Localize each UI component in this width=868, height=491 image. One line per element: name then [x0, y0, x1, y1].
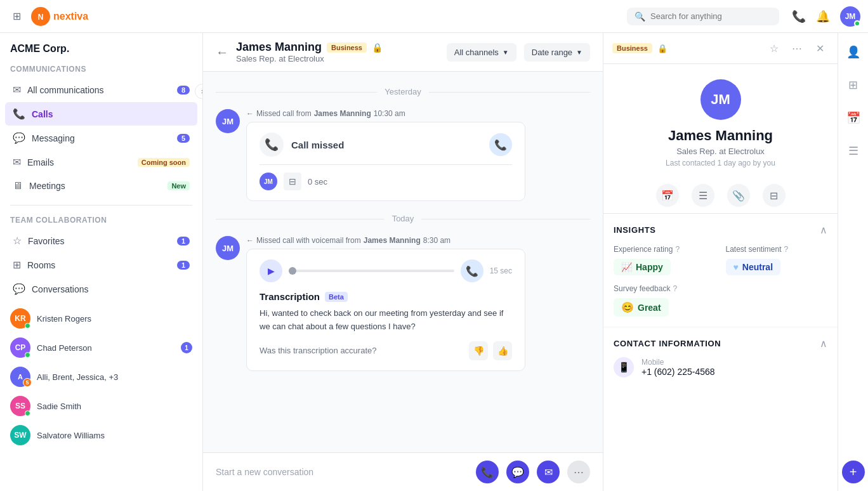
contact-action-filter[interactable]: ⊟: [763, 184, 786, 207]
call-action-btn2[interactable]: 📞: [461, 259, 483, 282]
contact-action-tasks[interactable]: ☰: [692, 184, 714, 207]
search-icon: 🔍: [635, 11, 645, 22]
group-size-badge: 5: [23, 378, 32, 387]
convo-item-salvatore[interactable]: SW Salvatore Williams: [0, 421, 202, 450]
sidebar-item-emails[interactable]: ✉ Emails Coming soon: [5, 150, 197, 174]
all-comms-badge: 8: [177, 86, 190, 95]
apps-icon[interactable]: ⊞: [8, 8, 25, 25]
chat-contact-name: James Manning: [236, 41, 322, 54]
panel-close-btn[interactable]: ✕: [811, 39, 829, 57]
experience-rating-item: Experience rating ? 📈 Happy: [614, 245, 716, 275]
sentiment-help-icon[interactable]: ?: [784, 245, 789, 254]
rooms-label: Rooms: [27, 260, 171, 270]
sidebar-item-favorites[interactable]: ☆ Favorites 1: [5, 229, 197, 252]
convo-name-sadie: Sadie Smith: [37, 402, 192, 411]
convo-badge-chad: 1: [181, 342, 192, 353]
chat-back-btn[interactable]: ←: [216, 45, 228, 60]
sidebar-item-calls[interactable]: 📞 Calls: [5, 102, 197, 126]
new-conv-more-btn[interactable]: ⋯: [567, 461, 590, 483]
msg-sender2-name: James Manning: [364, 236, 421, 245]
contact-action-calendar[interactable]: 📅: [656, 184, 679, 207]
favorites-label: Favorites: [28, 236, 171, 246]
smile-icon: 😊: [621, 301, 634, 313]
calls-icon: 📞: [13, 108, 25, 120]
convo-item-sadie[interactable]: SS Sadie Smith: [0, 391, 202, 421]
all-comms-label: All communications: [27, 85, 171, 95]
messaging-label: Messaging: [32, 133, 171, 143]
search-input[interactable]: [650, 11, 772, 21]
rail-add-btn[interactable]: +: [842, 461, 865, 483]
conversations-label: Conversations: [32, 284, 190, 294]
user-avatar[interactable]: JM: [840, 6, 860, 27]
sidebar-item-meetings[interactable]: 🖥 Meetings New: [5, 174, 197, 197]
msg-meta-prefix2: Missed call with voicemail from: [256, 236, 361, 245]
contact-name: James Manning: [668, 128, 773, 144]
thumbs-down-btn[interactable]: 👎: [469, 341, 488, 360]
phone-icon[interactable]: 📞: [792, 10, 806, 23]
rooms-badge: 1: [177, 261, 190, 270]
new-conv-phone-btn[interactable]: 📞: [476, 461, 499, 483]
avatar-sadie: SS: [10, 396, 30, 416]
contact-mobile-row: 📱 Mobile +1 (602) 225-4568: [614, 357, 827, 377]
voicemail-card: ▶ 📞 15 sec Transcription Beta Hi: [246, 249, 525, 371]
heart-icon: ♥: [733, 262, 739, 272]
convo-item-kristen[interactable]: KR Kristen Rogers: [0, 304, 202, 333]
new-conv-email-btn[interactable]: ✉: [537, 461, 560, 483]
right-panel-header: Business 🔒 ☆ ⋯ ✕: [603, 33, 838, 64]
call-duration: 0 sec: [308, 177, 327, 187]
sidebar: › ACME Corp. Communications ✉ All commun…: [0, 33, 203, 491]
channel-filter-btn[interactable]: All channels ▼: [447, 43, 516, 62]
online-indicator: [854, 20, 860, 27]
contact-info-chevron-icon[interactable]: ∧: [820, 337, 827, 350]
thumbs-up-btn[interactable]: 👍: [493, 341, 512, 360]
conversation-list: KR Kristen Rogers CP Chad Peterson 1 A 5: [0, 301, 202, 450]
rail-grid-icon[interactable]: ⊞: [842, 74, 865, 96]
new-conv-chat-btn[interactable]: 💬: [506, 461, 529, 483]
insights-chevron-icon[interactable]: ∧: [820, 224, 827, 236]
rail-list-icon[interactable]: ☰: [842, 140, 865, 162]
contact-action-files[interactable]: 📎: [727, 184, 750, 207]
sidebar-org: ACME Corp.: [0, 41, 202, 62]
date-filter-label: Date range: [532, 48, 572, 57]
mobile-value: +1 (602) 225-4568: [641, 367, 715, 377]
sidebar-item-messaging[interactable]: 💬 Messaging 5: [5, 126, 197, 150]
convo-item-chad[interactable]: CP Chad Peterson 1: [0, 333, 202, 362]
convo-item-group[interactable]: A 5 Alli, Brent, Jessica, +3: [0, 362, 202, 391]
call-missed-label: Call missed: [291, 140, 344, 150]
panel-star-btn[interactable]: ☆: [765, 39, 783, 57]
audio-progress-bar[interactable]: [289, 270, 454, 272]
sidebar-item-rooms[interactable]: ⊞ Rooms 1: [5, 253, 197, 277]
new-conversation-bar: Start a new conversation 📞 💬 ✉ ⋯: [203, 452, 603, 491]
emails-coming-soon-badge: Coming soon: [138, 158, 190, 167]
panel-lock-icon: 🔒: [657, 44, 667, 53]
rail-contact-icon[interactable]: 👤: [842, 41, 865, 63]
online-dot: [25, 410, 30, 416]
avatar-chad: CP: [10, 337, 30, 358]
team-collab-title: Team collaboration: [0, 213, 202, 228]
message-row-voicemail: JM ← Missed call with voicemail from Jam…: [216, 236, 590, 371]
rail-calendar-icon[interactable]: 📅: [842, 107, 865, 129]
call-missed-icon: 📞: [260, 133, 284, 157]
bell-icon[interactable]: 🔔: [816, 10, 830, 23]
sidebar-item-all-communications[interactable]: ✉ All communications 8: [5, 78, 197, 101]
play-btn[interactable]: ▶: [260, 259, 282, 282]
panel-more-btn[interactable]: ⋯: [788, 39, 806, 57]
date-filter-btn[interactable]: Date range ▼: [524, 43, 590, 62]
avatar-salvatore: SW: [10, 425, 30, 445]
favorites-badge: 1: [177, 237, 190, 246]
call-back-btn[interactable]: 📞: [489, 133, 512, 156]
contact-avatar: JM: [700, 79, 741, 120]
mobile-icon: 📱: [614, 357, 634, 377]
msg-time2: 8:30 am: [423, 236, 450, 245]
experience-help-icon[interactable]: ?: [675, 245, 680, 254]
sidebar-item-conversations[interactable]: 💬 Conversations: [5, 277, 197, 301]
favorites-icon: ☆: [13, 235, 22, 247]
search-bar[interactable]: 🔍: [627, 8, 779, 25]
survey-value-badge: 😊 Great: [614, 298, 669, 317]
avatar-kristen: KR: [10, 308, 30, 329]
msg-content-voicemail: ← Missed call with voicemail from James …: [246, 236, 590, 371]
transcription-label: Transcription: [260, 291, 320, 302]
msg-sender-name: James Manning: [314, 109, 371, 118]
experience-rating-label: Experience rating: [614, 245, 673, 254]
survey-help-icon[interactable]: ?: [673, 284, 677, 293]
